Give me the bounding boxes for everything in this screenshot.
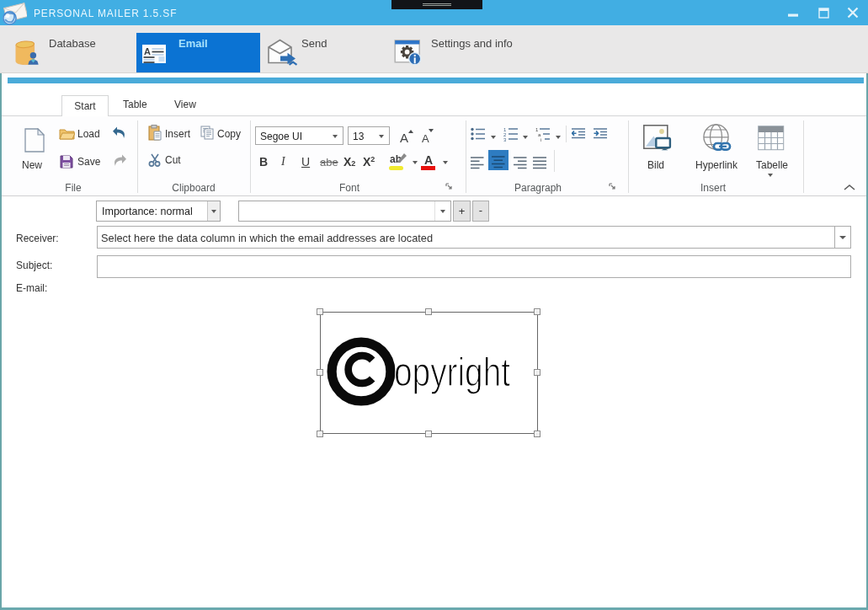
svg-text:opyright: opyright — [394, 350, 510, 394]
svg-text:3: 3 — [503, 137, 507, 142]
svg-text:i: i — [541, 137, 541, 142]
svg-text:A: A — [144, 46, 151, 56]
